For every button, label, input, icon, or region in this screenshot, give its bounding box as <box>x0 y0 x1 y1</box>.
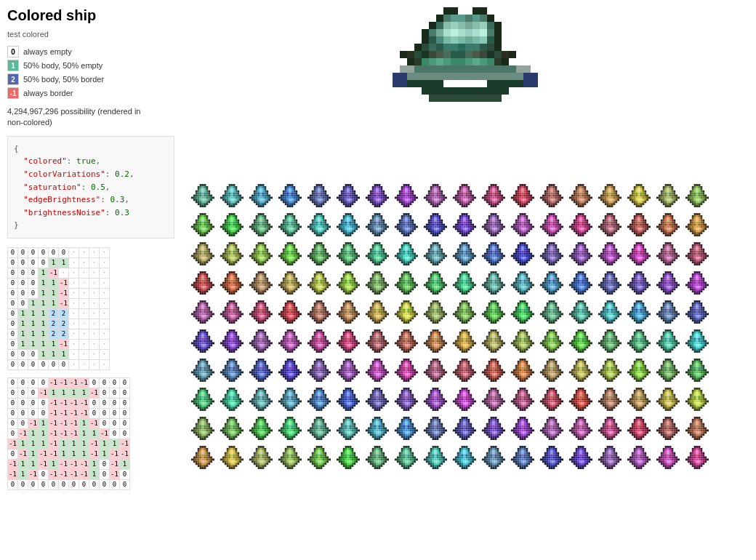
svg-rect-5131 <box>669 290 671 292</box>
svg-rect-9239 <box>254 404 256 407</box>
svg-rect-10110 <box>636 390 638 392</box>
svg-rect-4127 <box>254 288 256 290</box>
svg-rect-11350 <box>600 429 603 431</box>
svg-rect-5945 <box>486 311 488 313</box>
svg-rect-2321 <box>584 222 586 224</box>
svg-rect-6990 <box>401 334 403 336</box>
svg-rect-12819 <box>694 452 696 455</box>
svg-rect-11169 <box>522 438 524 440</box>
svg-rect-7027 <box>414 342 416 344</box>
svg-rect-797 <box>459 203 462 205</box>
svg-rect-10038 <box>605 390 607 392</box>
svg-rect-4409 <box>382 286 385 288</box>
svg-rect-1611 <box>293 222 295 224</box>
svg-rect-4615 <box>455 286 457 288</box>
svg-rect-10592 <box>291 433 293 436</box>
svg-rect-5302 <box>233 309 235 311</box>
svg-rect-9045 <box>200 390 202 392</box>
svg-rect-2506 <box>636 234 638 236</box>
svg-rect-2046 <box>470 224 472 226</box>
svg-rect-1525 <box>260 217 262 220</box>
svg-rect-11657 <box>204 463 206 465</box>
svg-rect-3884 <box>702 251 704 253</box>
svg-rect-4542 <box>443 284 445 286</box>
svg-rect-7939 <box>266 369 268 372</box>
svg-rect-8038 <box>295 375 297 377</box>
svg-rect-8419 <box>465 365 467 367</box>
svg-rect-4388 <box>380 282 382 284</box>
svg-rect-12320 <box>486 452 488 455</box>
svg-rect-3718 <box>640 242 642 244</box>
svg-rect-4000 <box>229 271 231 273</box>
svg-rect-5868 <box>462 309 464 311</box>
svg-rect-8968 <box>667 380 669 382</box>
svg-rect-11908 <box>310 457 312 459</box>
svg-rect-7863 <box>227 369 229 372</box>
svg-rect-4571 <box>459 273 462 276</box>
sprite-cell <box>363 356 391 384</box>
svg-rect-3803 <box>667 249 669 251</box>
svg-rect-3693 <box>603 257 605 259</box>
svg-rect-10003 <box>576 400 578 402</box>
svg-rect-4715 <box>522 273 524 276</box>
svg-rect-10251 <box>692 390 694 392</box>
svg-rect-4429 <box>401 273 403 276</box>
svg-rect-10240 <box>663 407 665 409</box>
svg-rect-10027 <box>576 407 578 409</box>
svg-rect-583 <box>382 201 385 203</box>
svg-rect-9635 <box>441 396 443 399</box>
svg-rect-8727 <box>580 371 582 373</box>
svg-rect-5192 <box>690 288 692 290</box>
svg-rect-8494 <box>488 367 491 369</box>
svg-rect-8401 <box>436 380 438 382</box>
svg-rect-7544 <box>609 348 611 351</box>
svg-rect-12790 <box>663 463 665 465</box>
svg-rect-132 <box>193 196 196 199</box>
svg-rect-8558 <box>518 365 520 367</box>
svg-rect-3057 <box>347 257 350 259</box>
svg-rect-2013 <box>464 213 466 215</box>
svg-rect-7033 <box>406 344 408 346</box>
svg-rect-60 <box>429 51 436 58</box>
svg-rect-3779 <box>634 261 636 263</box>
svg-rect-8749 <box>576 377 578 380</box>
svg-rect-4283 <box>320 292 322 295</box>
svg-rect-12756 <box>667 455 669 457</box>
svg-rect-6317 <box>646 313 648 315</box>
svg-rect-4827 <box>561 284 563 286</box>
svg-rect-5970 <box>496 315 499 317</box>
svg-rect-11979 <box>339 457 341 459</box>
svg-rect-11321 <box>605 421 607 423</box>
svg-rect-8386 <box>443 373 445 375</box>
svg-rect-12114 <box>399 455 401 457</box>
svg-rect-5794 <box>441 307 443 309</box>
svg-rect-3470 <box>515 255 518 257</box>
svg-rect-11164 <box>520 436 522 438</box>
svg-rect-7979 <box>285 361 287 363</box>
svg-rect-7156 <box>465 340 467 343</box>
svg-rect-4605 <box>455 284 457 286</box>
svg-rect-3433 <box>522 242 524 244</box>
svg-rect-6621 <box>231 348 233 351</box>
svg-rect-4223 <box>318 276 321 278</box>
svg-rect-207 <box>231 196 233 199</box>
svg-rect-12624 <box>613 457 615 459</box>
svg-rect-2052 <box>462 225 464 228</box>
svg-rect-10759 <box>372 423 374 425</box>
svg-rect-9934 <box>551 400 553 402</box>
svg-rect-1149 <box>611 201 613 203</box>
svg-rect-4428 <box>407 271 409 273</box>
svg-rect-4600 <box>465 282 467 284</box>
svg-rect-1140 <box>609 199 611 201</box>
svg-rect-1883 <box>399 220 401 222</box>
svg-rect-4789 <box>547 276 549 278</box>
svg-rect-996 <box>547 199 549 201</box>
svg-rect-944 <box>520 205 522 207</box>
svg-rect-3705 <box>611 259 613 261</box>
svg-rect-4161 <box>295 278 297 280</box>
svg-rect-7201 <box>494 332 496 334</box>
svg-rect-4061 <box>235 288 237 290</box>
svg-rect-518 <box>345 205 347 207</box>
sprite-cell <box>654 211 682 239</box>
svg-rect-9339 <box>314 394 316 396</box>
